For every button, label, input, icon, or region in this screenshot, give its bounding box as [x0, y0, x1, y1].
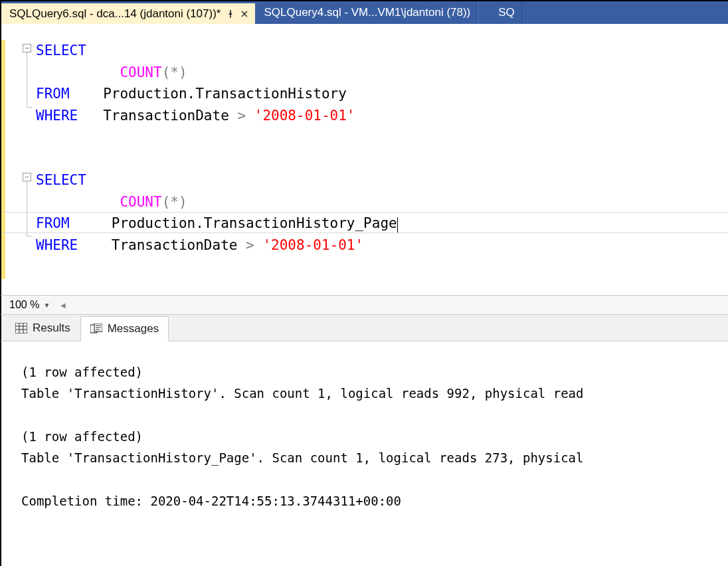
output-tab-bar: Results Messages [0, 315, 728, 341]
fold-toggle-icon[interactable]: − [23, 44, 31, 52]
chevron-down-icon: ▼ [43, 302, 50, 309]
fold-end [27, 236, 32, 236]
fold-line [27, 52, 27, 107]
zoom-bar: 100 % ▼ ◀ [0, 295, 728, 315]
fold-toggle-icon[interactable]: − [23, 173, 31, 181]
fold-gutter: − − [21, 40, 36, 279]
message-line: Table 'TransactionHistory'. Scan count 1… [21, 386, 583, 401]
fold-line [27, 181, 27, 236]
file-tab-label: SQ [498, 6, 515, 19]
code-text[interactable]: SELECT COUNT(*) FROM Production.Transact… [36, 40, 398, 279]
message-line: Completion time: 2020-04-22T14:55:13.374… [21, 494, 401, 508]
selection-margin [5, 40, 21, 279]
file-tab-label: SQLQuery6.sql - dca...14 (jdantoni (107)… [9, 7, 221, 21]
results-grid-icon [15, 323, 27, 333]
file-tab-partial[interactable]: SQ [478, 1, 522, 24]
tab-label: Results [33, 322, 70, 335]
message-line: (1 row affected) [21, 429, 143, 444]
file-tab-label: SQLQuery4.sql - VM...VM1\jdantoni (78)) [264, 6, 470, 19]
file-tab-inactive[interactable]: SQLQuery4.sql - VM...VM1\jdantoni (78)) [256, 1, 478, 24]
file-tab-bar: SQLQuery6.sql - dca...14 (jdantoni (107)… [0, 0, 728, 24]
tab-results[interactable]: Results [5, 316, 80, 341]
file-tab-active[interactable]: SQLQuery6.sql - dca...14 (jdantoni (107)… [1, 1, 256, 24]
messages-output[interactable]: (1 row affected) Table 'TransactionHisto… [0, 341, 728, 566]
tab-messages[interactable]: Messages [80, 316, 169, 341]
tab-label: Messages [108, 322, 159, 335]
text-cursor [397, 217, 398, 233]
pin-icon[interactable] [226, 9, 235, 19]
messages-icon [90, 324, 102, 334]
horizontal-scroll-mini[interactable]: ◀ [54, 301, 67, 309]
zoom-level-select[interactable]: 100 % ▼ [1, 299, 54, 311]
fold-end [27, 107, 32, 108]
zoom-level-value: 100 % [9, 299, 39, 311]
svg-rect-0 [15, 323, 27, 333]
message-line: Table 'TransactionHistory_Page'. Scan co… [21, 450, 583, 465]
scroll-left-icon[interactable]: ◀ [59, 301, 67, 309]
message-line: (1 row affected) [21, 365, 143, 379]
close-icon[interactable] [240, 10, 248, 18]
sql-editor[interactable]: − − SELECT COUNT(*) FROM Production.Tran… [1, 24, 728, 295]
